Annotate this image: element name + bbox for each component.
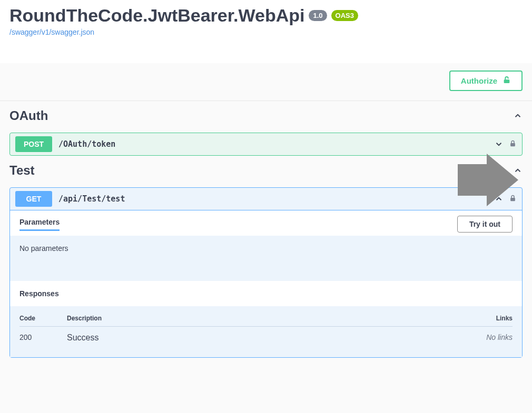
method-badge-get: GET (15, 191, 52, 207)
opblock-summary-oauth-token[interactable]: POST /OAuth/token (10, 133, 522, 155)
responses-label: Responses (10, 281, 522, 306)
tag-section-test: Test (0, 156, 532, 182)
lock-icon[interactable] (509, 194, 517, 204)
responses-table: Code Description Links 200 Success No li… (10, 306, 522, 357)
spec-link[interactable]: /swagger/v1/swagger.json (9, 28, 94, 36)
opblock-summary-test-get[interactable]: GET /api/Test/test (10, 188, 522, 210)
svg-rect-2 (510, 197, 515, 200)
try-it-out-button[interactable]: Try it out (457, 216, 513, 233)
table-row: 200 Success No links (19, 333, 513, 343)
svg-rect-1 (510, 143, 515, 146)
tag-name-oauth: OAuth (9, 108, 48, 123)
opblock-body-test-get: Parameters Try it out No parameters Resp… (10, 210, 522, 357)
tag-section-oauth: OAuth (0, 101, 532, 127)
tag-header-oauth[interactable]: OAuth (9, 108, 523, 123)
oas-badge: OAS3 (331, 10, 358, 21)
op-path-oauth-token: /OAuth/token (58, 139, 494, 149)
op-path-test-get: /api/Test/test (58, 194, 494, 204)
no-parameters-text: No parameters (19, 244, 68, 253)
response-description: Success (67, 333, 470, 343)
svg-rect-0 (504, 79, 510, 83)
api-title-row: RoundTheCode.JwtBearer.WebApi 1.0 OAS3 (9, 5, 523, 26)
tag-header-test[interactable]: Test (9, 163, 523, 178)
response-links: No links (470, 333, 513, 343)
lock-open-icon (503, 76, 511, 86)
chevron-up-icon (513, 111, 523, 120)
page-header: RoundTheCode.JwtBearer.WebApi 1.0 OAS3 /… (0, 0, 532, 63)
parameters-label: Parameters (19, 218, 60, 231)
responses-table-header: Code Description Links (19, 315, 513, 327)
method-badge-post: POST (15, 136, 52, 152)
chevron-up-icon (513, 166, 523, 175)
toolbar: Authorize (0, 63, 532, 101)
parameters-body: No parameters (10, 236, 522, 281)
opblock-oauth-token: POST /OAuth/token (9, 133, 523, 156)
lock-icon[interactable] (509, 139, 517, 149)
authorize-label: Authorize (461, 76, 497, 85)
column-description: Description (67, 315, 470, 322)
op-summary-right (494, 194, 517, 204)
column-links: Links (470, 315, 513, 322)
response-code: 200 (19, 333, 67, 343)
op-summary-right (494, 139, 517, 149)
tag-name-test: Test (9, 163, 35, 178)
chevron-up-icon (494, 194, 504, 204)
opblock-test-get: GET /api/Test/test Parameters Try it out… (9, 187, 523, 358)
api-title: RoundTheCode.JwtBearer.WebApi (9, 5, 304, 26)
parameters-header-row: Parameters Try it out (10, 210, 522, 236)
column-code: Code (19, 315, 67, 322)
version-badge: 1.0 (309, 10, 327, 21)
authorize-button[interactable]: Authorize (449, 70, 523, 91)
chevron-down-icon (494, 139, 504, 149)
